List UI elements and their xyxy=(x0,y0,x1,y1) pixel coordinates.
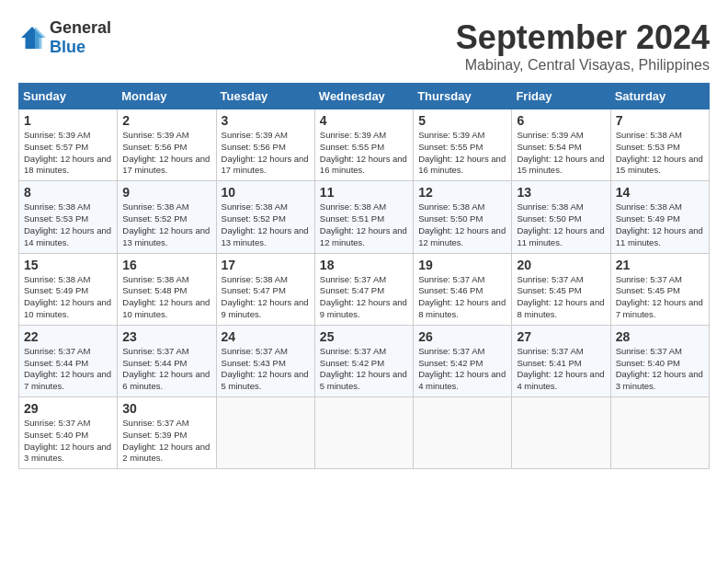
day-number: 7 xyxy=(616,113,704,128)
day-number: 14 xyxy=(616,185,704,200)
logo-icon xyxy=(18,24,46,52)
calendar-cell-4-4: 25Sunrise: 5:37 AMSunset: 5:42 PMDayligh… xyxy=(314,325,413,396)
calendar-cell-4-2: 23Sunrise: 5:37 AMSunset: 5:44 PMDayligh… xyxy=(118,325,216,396)
calendar-cell-5-7 xyxy=(610,397,709,469)
day-number: 22 xyxy=(24,329,112,344)
location-title: Mabinay, Central Visayas, Philippines xyxy=(456,57,710,74)
calendar-cell-1-6: 6Sunrise: 5:39 AMSunset: 5:54 PMDaylight… xyxy=(512,109,610,181)
calendar-cell-5-5 xyxy=(414,397,512,469)
header-friday: Friday xyxy=(512,84,610,109)
day-number: 16 xyxy=(122,258,210,272)
day-number: 9 xyxy=(122,185,210,200)
day-info: Sunrise: 5:37 AMSunset: 5:43 PMDaylight:… xyxy=(222,346,310,393)
day-number: 26 xyxy=(418,329,506,344)
day-info: Sunrise: 5:38 AMSunset: 5:47 PMDaylight:… xyxy=(222,274,310,321)
day-number: 18 xyxy=(320,258,408,272)
header-wednesday: Wednesday xyxy=(314,84,413,109)
day-number: 20 xyxy=(517,258,605,272)
logo-general: General xyxy=(50,18,111,37)
calendar-cell-5-6 xyxy=(512,397,610,469)
calendar-cell-4-3: 24Sunrise: 5:37 AMSunset: 5:43 PMDayligh… xyxy=(216,325,314,396)
day-number: 21 xyxy=(616,258,704,272)
day-info: Sunrise: 5:37 AMSunset: 5:40 PMDaylight:… xyxy=(24,418,112,465)
day-number: 12 xyxy=(418,185,506,200)
header-saturday: Saturday xyxy=(610,84,709,109)
calendar-cell-1-5: 5Sunrise: 5:39 AMSunset: 5:55 PMDaylight… xyxy=(414,109,512,181)
day-info: Sunrise: 5:38 AMSunset: 5:52 PMDaylight:… xyxy=(222,201,310,248)
logo-blue: Blue xyxy=(50,38,85,56)
day-number: 13 xyxy=(517,185,605,200)
day-number: 17 xyxy=(222,258,310,272)
day-info: Sunrise: 5:38 AMSunset: 5:49 PMDaylight:… xyxy=(24,274,112,321)
calendar-cell-2-6: 13Sunrise: 5:38 AMSunset: 5:50 PMDayligh… xyxy=(512,181,610,253)
day-info: Sunrise: 5:39 AMSunset: 5:55 PMDaylight:… xyxy=(320,130,408,177)
calendar-cell-5-1: 29Sunrise: 5:37 AMSunset: 5:40 PMDayligh… xyxy=(19,397,118,469)
header-sunday: Sunday xyxy=(19,84,118,109)
day-number: 24 xyxy=(222,329,310,344)
calendar-cell-4-7: 28Sunrise: 5:37 AMSunset: 5:40 PMDayligh… xyxy=(610,325,709,396)
calendar-week-2: 8Sunrise: 5:38 AMSunset: 5:53 PMDaylight… xyxy=(19,181,710,253)
day-info: Sunrise: 5:38 AMSunset: 5:49 PMDaylight:… xyxy=(616,201,704,248)
calendar-cell-3-6: 20Sunrise: 5:37 AMSunset: 5:45 PMDayligh… xyxy=(512,253,610,325)
day-info: Sunrise: 5:39 AMSunset: 5:56 PMDaylight:… xyxy=(122,130,210,177)
calendar-cell-3-4: 18Sunrise: 5:37 AMSunset: 5:47 PMDayligh… xyxy=(314,253,413,325)
day-info: Sunrise: 5:38 AMSunset: 5:52 PMDaylight:… xyxy=(122,201,210,248)
day-info: Sunrise: 5:38 AMSunset: 5:48 PMDaylight:… xyxy=(122,274,210,321)
calendar-cell-1-4: 4Sunrise: 5:39 AMSunset: 5:55 PMDaylight… xyxy=(314,109,413,181)
day-info: Sunrise: 5:38 AMSunset: 5:51 PMDaylight:… xyxy=(320,201,408,248)
day-number: 19 xyxy=(418,258,506,272)
calendar-cell-1-7: 7Sunrise: 5:38 AMSunset: 5:53 PMDaylight… xyxy=(610,109,709,181)
day-info: Sunrise: 5:38 AMSunset: 5:50 PMDaylight:… xyxy=(418,201,506,248)
day-info: Sunrise: 5:38 AMSunset: 5:53 PMDaylight:… xyxy=(24,201,112,248)
day-info: Sunrise: 5:37 AMSunset: 5:42 PMDaylight:… xyxy=(418,346,506,393)
day-info: Sunrise: 5:39 AMSunset: 5:54 PMDaylight:… xyxy=(517,130,605,177)
day-info: Sunrise: 5:38 AMSunset: 5:53 PMDaylight:… xyxy=(616,130,704,177)
calendar-cell-2-7: 14Sunrise: 5:38 AMSunset: 5:49 PMDayligh… xyxy=(610,181,709,253)
calendar-cell-3-7: 21Sunrise: 5:37 AMSunset: 5:45 PMDayligh… xyxy=(610,253,709,325)
day-number: 6 xyxy=(517,113,605,128)
header-tuesday: Tuesday xyxy=(216,84,314,109)
day-info: Sunrise: 5:37 AMSunset: 5:41 PMDaylight:… xyxy=(517,346,605,393)
calendar-table: SundayMondayTuesdayWednesdayThursdayFrid… xyxy=(18,83,710,469)
day-info: Sunrise: 5:38 AMSunset: 5:50 PMDaylight:… xyxy=(517,201,605,248)
calendar-week-4: 22Sunrise: 5:37 AMSunset: 5:44 PMDayligh… xyxy=(19,325,710,396)
calendar-week-3: 15Sunrise: 5:38 AMSunset: 5:49 PMDayligh… xyxy=(19,253,710,325)
header-thursday: Thursday xyxy=(414,84,512,109)
calendar-week-5: 29Sunrise: 5:37 AMSunset: 5:40 PMDayligh… xyxy=(19,397,710,469)
day-number: 1 xyxy=(24,113,112,128)
calendar-cell-4-6: 27Sunrise: 5:37 AMSunset: 5:41 PMDayligh… xyxy=(512,325,610,396)
day-number: 30 xyxy=(122,401,210,416)
day-info: Sunrise: 5:37 AMSunset: 5:44 PMDaylight:… xyxy=(122,346,210,393)
day-number: 10 xyxy=(222,185,310,200)
day-number: 11 xyxy=(320,185,408,200)
day-number: 3 xyxy=(222,113,310,128)
calendar-cell-1-2: 2Sunrise: 5:39 AMSunset: 5:56 PMDaylight… xyxy=(118,109,216,181)
calendar-cell-3-5: 19Sunrise: 5:37 AMSunset: 5:46 PMDayligh… xyxy=(414,253,512,325)
day-number: 27 xyxy=(517,329,605,344)
day-info: Sunrise: 5:39 AMSunset: 5:56 PMDaylight:… xyxy=(222,130,310,177)
day-number: 25 xyxy=(320,329,408,344)
day-number: 4 xyxy=(320,113,408,128)
calendar-cell-3-2: 16Sunrise: 5:38 AMSunset: 5:48 PMDayligh… xyxy=(118,253,216,325)
day-info: Sunrise: 5:39 AMSunset: 5:55 PMDaylight:… xyxy=(418,130,506,177)
day-info: Sunrise: 5:39 AMSunset: 5:57 PMDaylight:… xyxy=(24,130,112,177)
calendar-cell-2-5: 12Sunrise: 5:38 AMSunset: 5:50 PMDayligh… xyxy=(414,181,512,253)
day-number: 28 xyxy=(616,329,704,344)
day-info: Sunrise: 5:37 AMSunset: 5:46 PMDaylight:… xyxy=(418,274,506,321)
calendar-cell-5-3 xyxy=(216,397,314,469)
page-header: General Blue September 2024 Mabinay, Cen… xyxy=(18,18,710,74)
day-info: Sunrise: 5:37 AMSunset: 5:44 PMDaylight:… xyxy=(24,346,112,393)
day-info: Sunrise: 5:37 AMSunset: 5:45 PMDaylight:… xyxy=(616,274,704,321)
calendar-cell-5-2: 30Sunrise: 5:37 AMSunset: 5:39 PMDayligh… xyxy=(118,397,216,469)
day-number: 5 xyxy=(418,113,506,128)
calendar-cell-5-4 xyxy=(314,397,413,469)
day-info: Sunrise: 5:37 AMSunset: 5:47 PMDaylight:… xyxy=(320,274,408,321)
day-info: Sunrise: 5:37 AMSunset: 5:40 PMDaylight:… xyxy=(616,346,704,393)
calendar-cell-1-1: 1Sunrise: 5:39 AMSunset: 5:57 PMDaylight… xyxy=(19,109,118,181)
month-title: September 2024 xyxy=(456,18,710,57)
calendar-cell-2-4: 11Sunrise: 5:38 AMSunset: 5:51 PMDayligh… xyxy=(314,181,413,253)
day-number: 2 xyxy=(122,113,210,128)
day-number: 8 xyxy=(24,185,112,200)
calendar-cell-2-3: 10Sunrise: 5:38 AMSunset: 5:52 PMDayligh… xyxy=(216,181,314,253)
calendar-cell-1-3: 3Sunrise: 5:39 AMSunset: 5:56 PMDaylight… xyxy=(216,109,314,181)
